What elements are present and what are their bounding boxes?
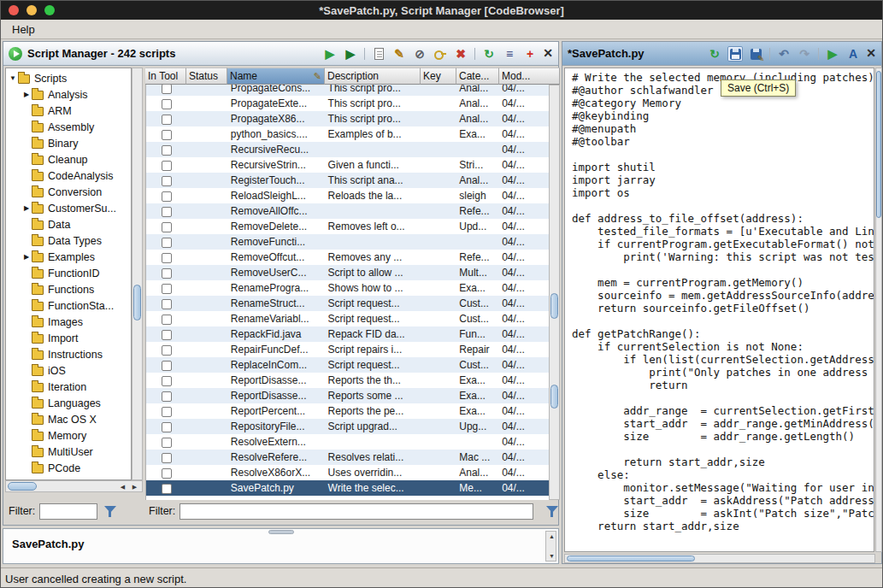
in-tool-checkbox[interactable] <box>162 222 172 232</box>
in-tool-checkbox[interactable] <box>162 284 172 294</box>
tree-horizontal-scrollbar[interactable]: ◀ ▶ <box>5 480 143 492</box>
tree-item-assembly[interactable]: Assembly <box>6 119 131 135</box>
table-row[interactable]: RepackFid.javaRepack FID da...Fun...04/.… <box>146 326 549 342</box>
run-script-icon[interactable]: ▶ <box>322 46 338 62</box>
table-row[interactable]: PropagateX86...This script pro...Anal...… <box>146 111 549 126</box>
tree-item-mac-os-x[interactable]: Mac OS X <box>6 411 131 427</box>
tree-item-data-types[interactable]: Data Types <box>6 232 131 249</box>
in-tool-checkbox[interactable] <box>162 315 172 325</box>
minimize-window-button[interactable] <box>26 5 37 15</box>
column-header-status[interactable]: Status <box>186 68 227 85</box>
tree-vertical-scrollbar[interactable] <box>132 68 143 480</box>
tree-item-functionsta[interactable]: FunctionSta... <box>6 297 131 314</box>
in-tool-checkbox[interactable] <box>162 268 172 279</box>
tree-item-instructions[interactable]: Instructions <box>6 346 131 362</box>
in-tool-checkbox[interactable] <box>162 438 172 448</box>
in-tool-checkbox[interactable] <box>162 85 172 94</box>
in-tool-checkbox[interactable] <box>162 391 172 402</box>
refresh-icon[interactable]: ↻ <box>707 46 722 62</box>
tree-item-memory[interactable]: Memory <box>6 427 131 444</box>
redo-icon[interactable]: ↷ <box>797 46 812 62</box>
in-tool-checkbox[interactable] <box>162 361 172 371</box>
expand-arrow-icon[interactable]: ▶ <box>21 253 32 261</box>
in-tool-checkbox[interactable] <box>162 115 172 125</box>
scrollbar-thumb[interactable] <box>567 556 695 562</box>
table-row[interactable]: ReloadSleighL...Reloads the la...sleigh0… <box>146 188 549 203</box>
filter-options-icon[interactable] <box>545 504 560 519</box>
table-row[interactable]: ReportPercent...Reports the pe...Exa...0… <box>146 403 549 419</box>
table-row[interactable]: ResolveExtern...04/... <box>146 434 549 450</box>
in-tool-checkbox[interactable] <box>162 453 172 463</box>
font-icon[interactable]: A <box>845 46 861 62</box>
scrollbar-thumb[interactable] <box>550 293 558 319</box>
scroll-right-button[interactable]: ▶ <box>129 483 140 491</box>
zoom-window-button[interactable] <box>44 5 55 15</box>
expand-arrow-icon[interactable]: ▶ <box>21 91 32 98</box>
table-vertical-scrollbar[interactable] <box>549 85 560 500</box>
in-tool-checkbox[interactable] <box>162 253 172 263</box>
tree-item-conversion[interactable]: Conversion <box>6 184 131 200</box>
in-tool-checkbox[interactable] <box>162 161 172 171</box>
table-row[interactable]: PropagateExte...This script pro...Anal..… <box>146 96 549 111</box>
table-row[interactable]: RemoveUserC...Script to allow ...Mult...… <box>146 265 549 280</box>
table-row[interactable]: RemoveOffcut...Removes any ...Refe...04/… <box>146 250 549 265</box>
tree-item-ios[interactable]: iOS <box>6 362 131 379</box>
close-script-manager-button[interactable]: ✕ <box>541 47 555 61</box>
menu-help[interactable]: Help <box>4 21 43 38</box>
column-header-name[interactable]: Name ✎ <box>227 68 325 85</box>
refresh-icon[interactable]: ↻ <box>481 46 497 62</box>
in-tool-checkbox[interactable] <box>162 422 172 432</box>
table-row[interactable]: ReportDisasse...Reports the th...Exa...0… <box>146 373 549 388</box>
code-editor[interactable]: # Write the selected memory (including p… <box>564 68 874 552</box>
tree-item-images[interactable]: Images <box>6 314 131 330</box>
close-editor-button[interactable]: ✕ <box>864 47 878 61</box>
tree-item-import[interactable]: Import <box>6 330 131 346</box>
help-icon[interactable]: + <box>522 46 538 62</box>
tree-item-scripts[interactable]: ▼Scripts <box>6 70 131 86</box>
table-row[interactable]: RepairFuncDef...Script repairs i...Repai… <box>146 342 549 357</box>
table-row[interactable]: RenameProgra...Shows how to ...Exa...04/… <box>146 280 549 296</box>
table-row[interactable]: RegisterTouch...This script ana...Anal..… <box>146 173 549 188</box>
keybinding-icon[interactable] <box>433 46 448 62</box>
scroll-up-button[interactable]: ▲ <box>546 532 557 540</box>
table-row[interactable]: PropagateCons...This script pro...Anal..… <box>146 85 549 96</box>
scrollbar-thumb[interactable] <box>550 385 558 409</box>
table-row[interactable]: RecursiveRecu...04/... <box>146 142 549 157</box>
delete-script-icon[interactable]: ✖ <box>453 46 468 62</box>
column-header-category[interactable]: Cate... <box>456 68 499 85</box>
save-as-icon[interactable] <box>748 46 763 62</box>
new-script-icon[interactable] <box>371 46 386 62</box>
run-script-icon[interactable]: ▶ <box>825 46 840 62</box>
column-header-description[interactable]: Description <box>325 68 421 85</box>
in-tool-checkbox[interactable] <box>162 299 172 309</box>
scrollbar-thumb[interactable] <box>133 285 141 320</box>
script-directories-icon[interactable]: ≡ <box>502 46 517 62</box>
filter-options-icon[interactable] <box>103 504 118 519</box>
in-tool-checkbox[interactable] <box>162 407 172 417</box>
editor-horizontal-scrollbar[interactable] <box>564 554 875 563</box>
in-tool-checkbox[interactable] <box>162 484 172 494</box>
tree-item-languages[interactable]: Languages <box>6 395 131 411</box>
in-tool-checkbox[interactable] <box>162 145 172 156</box>
table-row[interactable]: RepositoryFile...Script upgrad...Upg...0… <box>146 419 549 434</box>
edit-script-icon[interactable]: ✎ <box>391 46 407 62</box>
close-window-button[interactable] <box>9 5 19 15</box>
in-tool-checkbox[interactable] <box>162 191 172 202</box>
column-header-modified[interactable]: Mod... <box>499 68 560 85</box>
tree-item-functionid[interactable]: FunctionID <box>6 265 131 281</box>
table-row[interactable]: SavePatch.pyWrite the selec...Me...04/..… <box>146 480 549 496</box>
table-row[interactable]: RecursiveStrin...Given a functi...Stri..… <box>146 157 549 173</box>
table-row[interactable]: python_basics....Examples of b...Exa...0… <box>146 126 549 142</box>
tree-item-codeanalysis[interactable]: CodeAnalysis <box>6 168 131 184</box>
table-row[interactable]: RemoveAllOffc...Refe...04/... <box>146 203 549 219</box>
scroll-left-button[interactable]: ◀ <box>117 483 128 491</box>
table-row[interactable]: RemoveFuncti...04/... <box>146 234 549 250</box>
expand-arrow-icon[interactable]: ▶ <box>21 204 32 212</box>
scrollbar-thumb[interactable] <box>8 482 37 491</box>
tree-item-examples[interactable]: ▶Examples <box>6 249 131 265</box>
tree-item-data[interactable]: Data <box>6 216 131 232</box>
run-last-script-icon[interactable]: ▶ <box>343 46 358 62</box>
in-tool-checkbox[interactable] <box>162 238 172 248</box>
save-icon[interactable] <box>727 46 743 62</box>
table-filter-input[interactable] <box>180 503 533 520</box>
